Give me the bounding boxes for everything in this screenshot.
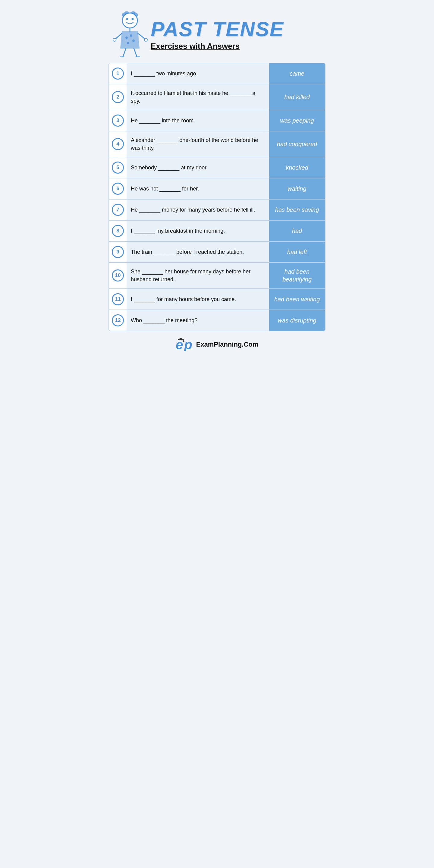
row-number-cell: 9 <box>109 242 127 262</box>
number-circle: 11 <box>112 293 124 305</box>
question-cell: He was not _______ for her. <box>127 179 269 199</box>
answer-text: has been saving <box>275 206 319 214</box>
character-illustration <box>112 9 151 57</box>
answer-text: had <box>292 227 302 235</box>
svg-point-6 <box>132 18 134 20</box>
header-text: PAST TENSE Exercises with Answers <box>151 16 284 51</box>
answer-text: was peeping <box>280 117 314 124</box>
row-number-cell: 3 <box>109 110 127 131</box>
answer-cell: waiting <box>269 179 325 199</box>
number-circle: 1 <box>112 67 124 80</box>
svg-point-5 <box>126 18 128 20</box>
answer-cell: was peeping <box>269 110 325 131</box>
number-circle: 6 <box>112 183 124 195</box>
number-circle: 8 <box>112 225 124 237</box>
row-number-cell: 1 <box>109 63 127 84</box>
footer-logo-icon: e p <box>176 338 194 351</box>
svg-point-8 <box>125 36 128 39</box>
question-cell: The train _______ before I reached the s… <box>127 242 269 262</box>
question-cell: He _______ into the room. <box>127 110 269 131</box>
answer-cell: had been beautifying <box>269 263 325 288</box>
number-circle: 3 <box>112 115 124 127</box>
question-cell: Alexander _______ one-fourth of the worl… <box>127 131 269 157</box>
svg-point-4 <box>122 13 137 28</box>
question-cell: Who _______ the meeting? <box>127 310 269 331</box>
question-cell: It occurred to Hamlet that in his haste … <box>127 84 269 110</box>
exercises-container: 1 I _______ two minutes ago. came 2 It o… <box>108 63 326 331</box>
answer-cell: had left <box>269 242 325 262</box>
answer-text: had killed <box>284 93 310 101</box>
answer-cell: knocked <box>269 157 325 178</box>
row-number-cell: 6 <box>109 179 127 199</box>
table-row: 10 She _______ her house for many days b… <box>109 263 325 289</box>
answer-cell: came <box>269 63 325 84</box>
row-number-cell: 10 <box>109 263 127 288</box>
number-circle: 2 <box>112 91 124 103</box>
row-number-cell: 8 <box>109 221 127 241</box>
table-row: 6 He was not _______ for her. waiting <box>109 179 325 199</box>
row-number-cell: 11 <box>109 289 127 310</box>
page-header: PAST TENSE Exercises with Answers <box>108 6 326 57</box>
svg-line-16 <box>123 48 126 57</box>
number-circle: 7 <box>112 204 124 216</box>
answer-text: had been beautifying <box>272 268 322 283</box>
number-circle: 9 <box>112 246 124 258</box>
answer-text: had been waiting <box>274 296 320 303</box>
row-number-cell: 4 <box>109 131 127 157</box>
table-row: 7 He _______ money for many years before… <box>109 199 325 221</box>
svg-point-9 <box>130 34 132 37</box>
answer-text: had left <box>287 248 307 256</box>
table-row: 2 It occurred to Hamlet that in his hast… <box>109 84 325 110</box>
question-cell: I _______ my breakfast in the morning. <box>127 221 269 241</box>
svg-point-18 <box>120 56 124 57</box>
table-row: 11 I _______ for many hours before you c… <box>109 289 325 310</box>
row-number-cell: 5 <box>109 157 127 178</box>
table-row: 4 Alexander _______ one-fourth of the wo… <box>109 131 325 157</box>
table-row: 9 The train _______ before I reached the… <box>109 242 325 263</box>
answer-text: came <box>290 70 304 78</box>
page-title: PAST TENSE <box>151 19 284 39</box>
row-number-cell: 12 <box>109 310 127 331</box>
row-number-cell: 2 <box>109 84 127 110</box>
question-cell: Somebody _______ at my door. <box>127 157 269 178</box>
table-row: 8 I _______ my breakfast in the morning.… <box>109 221 325 242</box>
answer-text: had conquered <box>277 140 317 148</box>
number-circle: 5 <box>112 161 124 174</box>
answer-cell: had killed <box>269 84 325 110</box>
svg-line-13 <box>138 33 145 39</box>
svg-line-12 <box>115 33 122 39</box>
row-number-cell: 7 <box>109 199 127 220</box>
question-cell: She _______ her house for many days befo… <box>127 263 269 288</box>
table-row: 3 He _______ into the room. was peeping <box>109 110 325 131</box>
number-circle: 12 <box>112 314 124 327</box>
table-row: 12 Who _______ the meeting? was disrupti… <box>109 310 325 331</box>
answer-cell: has been saving <box>269 199 325 220</box>
question-cell: I _______ two minutes ago. <box>127 63 269 84</box>
answer-cell: was disrupting <box>269 310 325 331</box>
answer-cell: had <box>269 221 325 241</box>
number-circle: 4 <box>112 138 124 150</box>
page-subtitle: Exercises with Answers <box>151 41 240 51</box>
svg-line-17 <box>134 48 137 57</box>
answer-text: knocked <box>286 164 308 172</box>
table-row: 1 I _______ two minutes ago. came <box>109 63 325 84</box>
question-cell: I _______ for many hours before you came… <box>127 289 269 310</box>
answer-cell: had been waiting <box>269 289 325 310</box>
svg-point-19 <box>135 56 140 57</box>
answer-text: waiting <box>287 185 306 193</box>
table-row: 5 Somebody _______ at my door. knocked <box>109 157 325 179</box>
page-footer: e p ExamPlanning.Com <box>108 338 326 351</box>
answer-cell: had conquered <box>269 131 325 157</box>
number-circle: 10 <box>112 270 124 281</box>
svg-text:p: p <box>184 338 192 351</box>
svg-point-10 <box>132 39 135 42</box>
answer-text: was disrupting <box>278 316 316 324</box>
svg-point-15 <box>144 38 147 41</box>
question-cell: He _______ money for many years before h… <box>127 199 269 220</box>
svg-point-11 <box>127 42 129 44</box>
svg-point-14 <box>113 38 116 41</box>
footer-brand-text: ExamPlanning.Com <box>196 341 258 348</box>
